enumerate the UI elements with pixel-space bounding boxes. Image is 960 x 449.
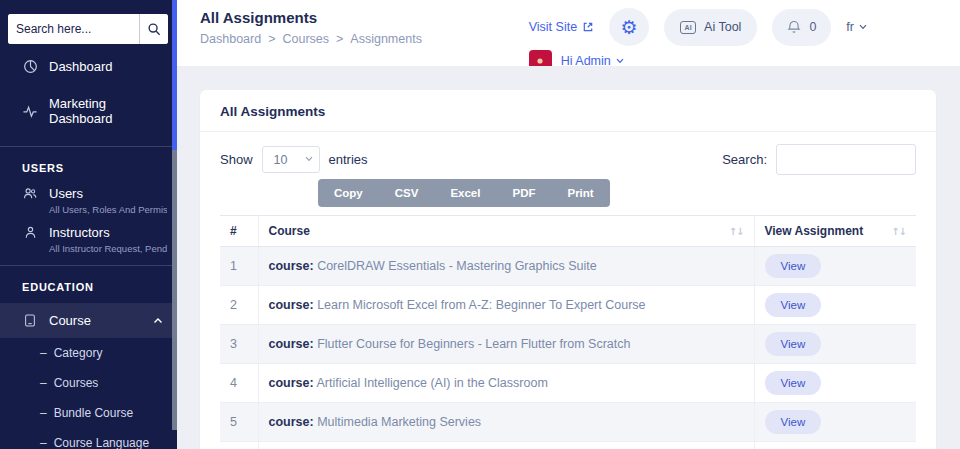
column-header-view-assignment[interactable]: View Assignment ↑↓ — [754, 216, 916, 247]
sidebar-search-button[interactable] — [139, 14, 168, 44]
view-button[interactable]: View — [765, 332, 822, 356]
copy-button[interactable]: Copy — [318, 179, 379, 207]
table-row: 1 course: CorelDRAW Essentials - Masteri… — [220, 247, 916, 286]
visit-site-label: Visit Site — [529, 20, 577, 34]
course-title: Artificial Intelligence (AI) in the Clas… — [316, 376, 547, 390]
course-title: Flutter Course for Beginners - Learn Flu… — [317, 337, 630, 351]
row-number: 2 — [220, 286, 258, 325]
language-label: fr — [846, 20, 854, 34]
sidebar-item-marketing-dashboard[interactable]: Marketing Dashboard — [0, 85, 177, 137]
dash-icon: – — [40, 346, 47, 360]
search-icon — [147, 22, 162, 37]
external-link-icon — [582, 21, 594, 33]
sidebar-scrollbar-thumb[interactable] — [172, 0, 177, 150]
sidebar-search-input[interactable] — [8, 14, 139, 44]
dash-icon: – — [40, 406, 47, 420]
course-cell: course: Flutter Course for Beginners - L… — [258, 325, 754, 364]
main-area: All Assignments Dashboard > Courses > As… — [177, 0, 960, 449]
gear-icon: ⚙ — [621, 18, 638, 37]
sidebar-section-education: EDUCATION — [0, 266, 177, 297]
page-title: All Assignments — [200, 9, 422, 26]
sidebar: Dashboard Marketing Dashboard USERS User… — [0, 0, 177, 449]
sidebar-item-category[interactable]: – Category — [0, 338, 177, 368]
course-cell: course: Artificial Intelligence (AI) in … — [258, 364, 754, 403]
excel-button[interactable]: Excel — [434, 179, 496, 207]
sidebar-item-users[interactable]: Users All Users, Roles And Permission — [0, 178, 177, 217]
sidebar-item-label: Marketing Dashboard — [49, 96, 167, 126]
table-search-label: Search: — [722, 152, 767, 167]
table-row: 3 course: Flutter Course for Beginners -… — [220, 325, 916, 364]
sidebar-scrollbar-track — [172, 150, 177, 430]
table-search-input[interactable] — [776, 144, 916, 175]
ai-tool-button[interactable]: AI Ai Tool — [664, 9, 757, 46]
chevron-down-icon — [305, 156, 313, 162]
row-number: 3 — [220, 325, 258, 364]
sort-icon[interactable]: ↑↓ — [891, 226, 906, 237]
export-toolbar: Copy CSV Excel PDF Print — [318, 179, 610, 207]
page-length-select[interactable]: 10 — [262, 146, 320, 173]
settings-button[interactable]: ⚙ — [609, 8, 649, 46]
topbar: All Assignments Dashboard > Courses > As… — [177, 0, 960, 66]
sidebar-item-dashboard[interactable]: Dashboard — [0, 48, 177, 85]
sidebar-item-label: Instructors — [49, 225, 110, 240]
course-cell: course: Multimedia Marketing Servies — [258, 403, 754, 442]
course-cell: course: Learn Microsoft Excel from A-Z: … — [258, 286, 754, 325]
sidebar-item-label: Course Language — [54, 436, 149, 449]
column-header-label: Course — [269, 224, 310, 238]
breadcrumb-courses[interactable]: Courses — [282, 32, 329, 46]
entries-label: entries — [329, 152, 368, 167]
visit-site-link[interactable]: Visit Site — [529, 20, 594, 34]
table-row: 6 course: Advanced Fashion Illustration … — [220, 442, 916, 449]
row-number: 4 — [220, 364, 258, 403]
sidebar-item-subtitle: All Users, Roles And Permission — [22, 204, 167, 215]
breadcrumb-separator: > — [268, 32, 275, 46]
column-header-label: View Assignment — [765, 224, 864, 238]
dash-icon: – — [40, 376, 47, 390]
pie-chart-icon — [22, 59, 38, 74]
bell-icon — [787, 19, 801, 35]
table-row: 2 course: Learn Microsoft Excel from A-Z… — [220, 286, 916, 325]
print-button[interactable]: Print — [551, 179, 609, 207]
sort-icon[interactable]: ↑↓ — [729, 226, 744, 237]
course-prefix: course: — [269, 259, 314, 273]
view-button[interactable]: View — [765, 371, 822, 395]
assignments-card: All Assignments Show 10 entries — [200, 90, 936, 449]
sidebar-item-course-language[interactable]: – Course Language — [0, 428, 177, 449]
course-title: Learn Microsoft Excel from A-Z: Beginner… — [317, 298, 645, 312]
column-header-course[interactable]: Course ↑↓ — [258, 216, 754, 247]
view-button[interactable]: View — [765, 410, 822, 434]
csv-button[interactable]: CSV — [379, 179, 435, 207]
notifications-button[interactable]: 0 — [772, 9, 831, 46]
pdf-button[interactable]: PDF — [496, 179, 551, 207]
sidebar-item-courses[interactable]: – Courses — [0, 368, 177, 398]
language-selector[interactable]: fr — [846, 20, 867, 34]
view-button[interactable]: View — [765, 254, 822, 278]
show-label: Show — [220, 152, 253, 167]
table-row: 4 course: Artificial Intelligence (AI) i… — [220, 364, 916, 403]
table-header-row: # Course ↑↓ View Assignment — [220, 216, 916, 247]
sidebar-item-instructors[interactable]: Instructors All Instructor Request, Pend… — [0, 217, 177, 256]
course-cell: course: Advanced Fashion Illustration — [258, 442, 754, 449]
activity-icon — [22, 104, 38, 119]
course-prefix: course: — [269, 376, 314, 390]
sidebar-item-label: Users — [49, 186, 83, 201]
breadcrumb-assignments: Assignments — [350, 32, 422, 46]
view-button[interactable]: View — [765, 293, 822, 317]
content-area: All Assignments Show 10 entries — [177, 66, 960, 449]
course-cell: course: CorelDRAW Essentials - Mastering… — [258, 247, 754, 286]
row-number: 5 — [220, 403, 258, 442]
sidebar-item-course[interactable]: Course — [0, 303, 177, 338]
course-title: CorelDRAW Essentials - Mastering Graphic… — [317, 259, 597, 273]
course-prefix: course: — [269, 415, 314, 429]
course-prefix: course: — [269, 298, 314, 312]
breadcrumb-dashboard[interactable]: Dashboard — [200, 32, 261, 46]
chevron-down-icon — [616, 58, 624, 64]
card-title: All Assignments — [220, 104, 916, 119]
chevron-down-icon — [859, 24, 867, 30]
users-icon — [22, 186, 38, 201]
app-window: Dashboard Marketing Dashboard USERS User… — [0, 0, 960, 449]
sidebar-search — [8, 14, 168, 44]
sidebar-item-bundle-course[interactable]: – Bundle Course — [0, 398, 177, 428]
ai-chip-icon: AI — [680, 21, 696, 34]
assignments-table: # Course ↑↓ View Assignment — [220, 215, 916, 449]
